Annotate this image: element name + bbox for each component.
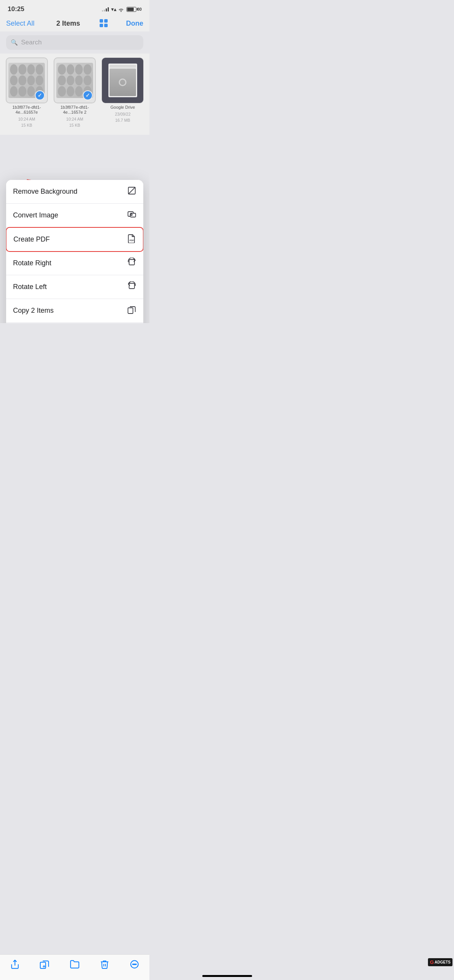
convert-image-icon	[127, 210, 136, 221]
rotate-right-icon	[127, 258, 136, 269]
menu-item-rotate-right[interactable]: Rotate Right	[6, 252, 143, 275]
svg-rect-7	[129, 260, 134, 265]
svg-rect-9	[128, 308, 133, 314]
copy-items-icon	[127, 305, 136, 316]
create-pdf-icon: PDF	[127, 234, 136, 245]
menu-item-create-pdf[interactable]: Create PDF PDF	[6, 227, 143, 252]
menu-item-tags[interactable]: Tags	[6, 323, 143, 323]
menu-item-convert-image[interactable]: Convert Image	[6, 204, 143, 227]
menu-item-remove-background[interactable]: Remove Background	[6, 180, 143, 204]
remove-background-icon	[127, 186, 136, 197]
menu-item-copy-items[interactable]: Copy 2 Items	[6, 299, 143, 323]
context-menu: Remove Background Convert Image Create P…	[6, 180, 143, 323]
svg-text:PDF: PDF	[129, 239, 134, 242]
svg-line-2	[128, 187, 135, 194]
rotate-left-icon	[127, 281, 136, 292]
svg-rect-8	[129, 283, 134, 289]
menu-item-rotate-left[interactable]: Rotate Left	[6, 275, 143, 299]
